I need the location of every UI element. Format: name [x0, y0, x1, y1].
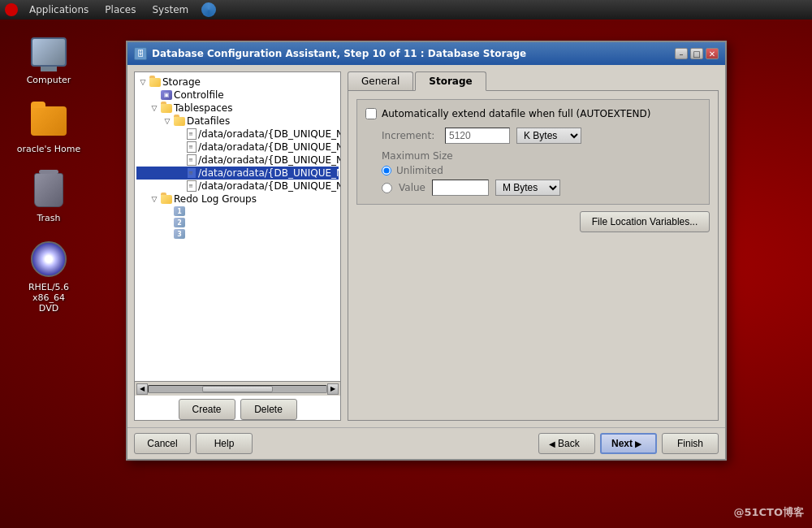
unlimited-label: Unlimited — [396, 165, 443, 176]
trash-label: Trash — [37, 213, 60, 223]
value-label: Value — [399, 182, 425, 193]
increment-label: Increment: — [382, 130, 438, 141]
bottom-right-buttons: ◀ Back Next ▶ Finish — [538, 433, 719, 454]
tree-node-df3[interactable]: /data/oradata/{DB_UNIQUE_NA — [136, 154, 339, 167]
dialog-titlebar: 🗄 Database Configuration Assistant, Step… — [127, 42, 725, 65]
watermark: @51CTO博客 — [733, 505, 804, 520]
taskbar-applications[interactable]: Applications — [24, 2, 93, 17]
unlimited-row: Unlimited — [382, 165, 701, 176]
folder-icon-storage — [149, 78, 161, 87]
title-buttons: – □ ✕ — [675, 48, 719, 59]
computer-icon-img — [31, 37, 67, 67]
trash-icon[interactable]: Trash — [16, 171, 81, 223]
next-button[interactable]: Next ▶ — [600, 433, 657, 454]
folder-icon-img — [31, 106, 67, 136]
redhat-logo — [5, 3, 18, 16]
scrollbar-thumb[interactable] — [202, 386, 274, 392]
dvd-icon[interactable]: RHEL/5.6 x86_64 DVD — [16, 240, 81, 314]
delete-button[interactable]: Delete — [240, 399, 297, 420]
globe-icon — [201, 2, 216, 17]
trash-icon-img — [34, 173, 63, 207]
file-icon-df5 — [187, 180, 197, 192]
cancel-button[interactable]: Cancel — [134, 433, 191, 454]
expander-tablespaces: ▽ — [149, 103, 159, 113]
tab-content-storage: Automatically extend datafile when full … — [348, 91, 719, 421]
expander-df4 — [175, 168, 185, 178]
next-label: Next — [611, 438, 633, 449]
taskbar-places[interactable]: Places — [100, 2, 140, 17]
main-dialog: 🗄 Database Configuration Assistant, Step… — [126, 41, 727, 461]
expander-df1 — [175, 129, 185, 139]
computer-icon[interactable]: Computer — [16, 32, 81, 85]
oracle-home-icon[interactable]: oracle's Home — [16, 102, 81, 154]
scrollbar-track[interactable] — [148, 385, 327, 393]
computer-label: Computer — [27, 75, 71, 85]
tree-scrollbar[interactable]: ◀ ▶ — [135, 381, 340, 396]
tree-node-tablespaces[interactable]: ▽ Tablespaces — [136, 102, 339, 115]
db-icon-controlfile: ▣ — [161, 90, 172, 100]
increment-input[interactable] — [445, 128, 510, 144]
log-icon-rl1: 1 — [174, 206, 185, 216]
dialog-content: ▽ Storage ▣ Controlfile ▽ Tablespaces — [127, 65, 725, 427]
back-button[interactable]: ◀ Back — [538, 433, 595, 454]
tab-storage[interactable]: Storage — [415, 71, 486, 91]
restore-button[interactable]: □ — [690, 48, 703, 59]
autoextend-row: Automatically extend datafile when full … — [365, 108, 701, 119]
tree-label-datafiles: Datafiles — [187, 115, 230, 127]
tree-label-df3: /data/oradata/{DB_UNIQUE_NA — [198, 154, 340, 166]
value-radio[interactable] — [382, 183, 392, 193]
log-icon-rl3: 3 — [174, 229, 185, 239]
tree-panel: ▽ Storage ▣ Controlfile ▽ Tablespaces — [134, 71, 341, 421]
back-arrow: ◀ — [549, 439, 555, 448]
minimize-button[interactable]: – — [675, 48, 688, 59]
help-button[interactable]: Help — [196, 433, 253, 454]
tree-node-storage[interactable]: ▽ Storage — [136, 76, 339, 89]
expander-rl1 — [162, 206, 172, 216]
expander-redolog: ▽ — [149, 194, 159, 204]
dialog-icon: 🗄 — [134, 47, 147, 60]
value-unit-select[interactable]: M Bytes G Bytes — [495, 180, 560, 196]
create-button[interactable]: Create — [179, 399, 235, 420]
tree-node-rl3[interactable]: 3 — [136, 228, 339, 240]
close-button[interactable]: ✕ — [706, 48, 719, 59]
tree-node-df1[interactable]: /data/oradata/{DB_UNIQUE_NA — [136, 128, 339, 141]
back-label: Back — [558, 438, 580, 449]
tree-node-df4[interactable]: /data/oradata/{DB_UNIQUE_NA — [136, 167, 339, 180]
finish-button[interactable]: Finish — [662, 433, 719, 454]
tree-node-controlfile[interactable]: ▣ Controlfile — [136, 89, 339, 102]
tree-node-redolog[interactable]: ▽ Redo Log Groups — [136, 193, 339, 206]
expander-rl3 — [162, 229, 172, 239]
file-icon-df3 — [187, 154, 197, 166]
file-location-button[interactable]: File Location Variables... — [580, 211, 710, 232]
scroll-left-arrow[interactable]: ◀ — [136, 383, 148, 395]
expander-df5 — [175, 181, 185, 191]
tree-node-df5[interactable]: /data/oradata/{DB_UNIQUE_NA — [136, 180, 339, 193]
scroll-right-arrow[interactable]: ▶ — [327, 383, 339, 395]
log-icon-rl2: 2 — [174, 218, 185, 227]
tree-label-storage: Storage — [162, 76, 201, 88]
tree-label-controlfile: Controlfile — [174, 89, 224, 101]
max-size-section: Maximum Size Unlimited Value M Bytes G B… — [382, 150, 701, 196]
tree-label-tablespaces: Tablespaces — [174, 102, 233, 114]
unlimited-radio[interactable] — [382, 166, 391, 175]
tree-node-rl1[interactable]: 1 — [136, 206, 339, 217]
file-icon-df4 — [187, 167, 197, 179]
right-panel: General Storage Automatically extend dat… — [348, 71, 719, 421]
tab-general[interactable]: General — [348, 71, 413, 90]
next-arrow: ▶ — [635, 439, 641, 448]
tree-node-rl2[interactable]: 2 — [136, 217, 339, 228]
tree-label-df5: /data/oradata/{DB_UNIQUE_NA — [198, 180, 340, 192]
dialog-bottom: Cancel Help ◀ Back Next ▶ Finish — [127, 427, 725, 459]
value-row: Value M Bytes G Bytes — [382, 180, 701, 196]
tree-container[interactable]: ▽ Storage ▣ Controlfile ▽ Tablespaces — [135, 72, 340, 381]
increment-unit-select[interactable]: K Bytes M Bytes G Bytes — [516, 128, 581, 144]
folder-icon-redolog — [161, 195, 172, 204]
storage-section: Automatically extend datafile when full … — [356, 99, 710, 205]
max-size-label: Maximum Size — [382, 150, 701, 162]
expander-rl2 — [162, 218, 172, 227]
value-input[interactable] — [432, 180, 489, 196]
tree-node-datafiles[interactable]: ▽ Datafiles — [136, 115, 339, 128]
taskbar-system[interactable]: System — [147, 2, 193, 17]
autoextend-checkbox[interactable] — [365, 108, 377, 119]
tree-node-df2[interactable]: /data/oradata/{DB_UNIQUE_NA — [136, 141, 339, 154]
